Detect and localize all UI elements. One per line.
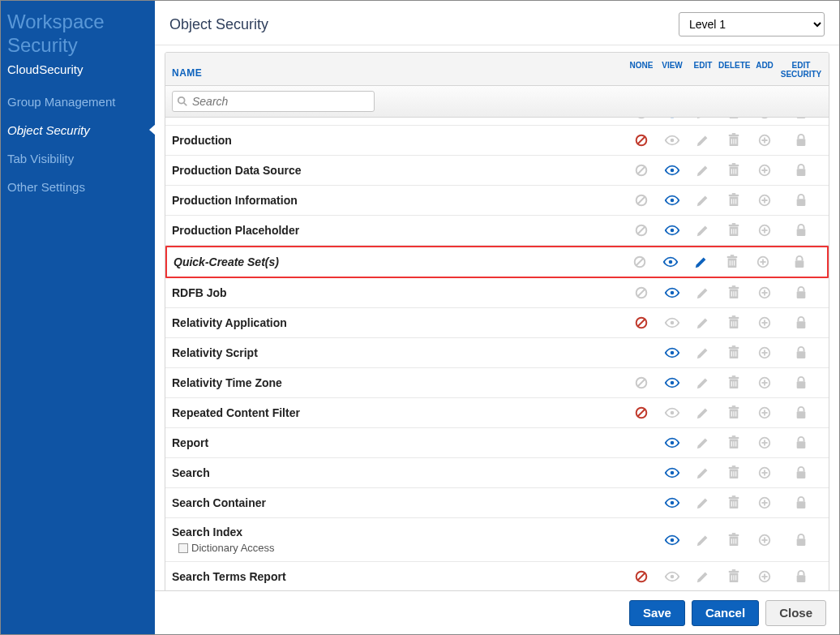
- edit-icon[interactable]: [696, 435, 710, 450]
- add-icon[interactable]: [757, 315, 772, 330]
- delete-icon[interactable]: [727, 569, 740, 584]
- cell-view[interactable]: [657, 163, 688, 178]
- cell-delete[interactable]: [718, 405, 749, 420]
- delete-icon[interactable]: [726, 255, 739, 269]
- view-icon[interactable]: [662, 255, 679, 269]
- cell-edit[interactable]: [688, 435, 718, 450]
- edit-icon[interactable]: [696, 133, 710, 148]
- cell-none[interactable]: [626, 435, 657, 450]
- cell-none[interactable]: [626, 496, 657, 510]
- cell-add[interactable]: [748, 255, 778, 269]
- cell-delete[interactable]: [718, 285, 749, 300]
- edit-icon[interactable]: [696, 533, 710, 547]
- cell-delete[interactable]: [718, 533, 749, 547]
- delete-icon[interactable]: [727, 285, 740, 300]
- delete-icon[interactable]: [727, 193, 740, 208]
- cell-none[interactable]: [626, 345, 657, 360]
- view-icon[interactable]: [664, 163, 680, 178]
- cell-edit-security[interactable]: [780, 405, 822, 420]
- row-sub-item[interactable]: Dictionary Access: [178, 542, 626, 554]
- cell-none[interactable]: [626, 375, 657, 390]
- add-icon[interactable]: [757, 163, 772, 178]
- view-icon[interactable]: [664, 315, 680, 330]
- cell-add[interactable]: [749, 466, 780, 480]
- cell-delete[interactable]: [718, 315, 749, 330]
- lock-icon[interactable]: [795, 405, 808, 420]
- none-icon[interactable]: [632, 255, 647, 269]
- cell-edit[interactable]: [688, 163, 718, 178]
- cell-none[interactable]: [626, 569, 657, 584]
- delete-icon[interactable]: [727, 345, 740, 360]
- lock-icon[interactable]: [795, 133, 808, 148]
- cell-none[interactable]: [626, 466, 657, 480]
- view-icon[interactable]: [664, 533, 680, 547]
- cell-delete[interactable]: [718, 193, 749, 208]
- cell-edit-security[interactable]: [780, 315, 822, 330]
- delete-icon[interactable]: [727, 435, 740, 450]
- cell-delete[interactable]: [718, 375, 749, 390]
- cell-none[interactable]: [626, 405, 657, 420]
- cell-add[interactable]: [749, 193, 780, 208]
- delete-icon[interactable]: [727, 223, 740, 238]
- cell-delete[interactable]: [718, 466, 749, 480]
- cell-edit[interactable]: [688, 345, 718, 360]
- cell-none[interactable]: [626, 315, 657, 330]
- cell-add[interactable]: [749, 223, 780, 238]
- none-icon[interactable]: [634, 569, 649, 584]
- cell-delete[interactable]: [718, 496, 749, 510]
- delete-icon[interactable]: [727, 315, 740, 330]
- cell-edit-security[interactable]: [780, 435, 822, 450]
- cell-view[interactable]: [657, 315, 688, 330]
- cell-edit-security[interactable]: [780, 193, 822, 208]
- view-icon[interactable]: [664, 466, 680, 480]
- delete-icon[interactable]: [727, 496, 740, 510]
- sidebar-item-object-security[interactable]: Object Security: [1, 116, 155, 144]
- lock-icon[interactable]: [795, 466, 808, 480]
- delete-icon[interactable]: [727, 405, 740, 420]
- lock-icon[interactable]: [795, 223, 808, 238]
- cell-add[interactable]: [749, 345, 780, 360]
- lock-icon[interactable]: [795, 285, 808, 300]
- cell-edit[interactable]: [688, 315, 718, 330]
- level-select[interactable]: Level 1: [679, 12, 825, 36]
- edit-icon[interactable]: [694, 255, 709, 269]
- cell-none[interactable]: [626, 285, 657, 300]
- view-icon[interactable]: [664, 118, 680, 120]
- edit-icon[interactable]: [696, 193, 710, 208]
- cell-edit[interactable]: [688, 193, 718, 208]
- cell-add[interactable]: [749, 569, 780, 584]
- cell-edit[interactable]: [688, 569, 718, 584]
- cell-add[interactable]: [749, 533, 780, 547]
- cell-view[interactable]: [657, 223, 688, 238]
- delete-icon[interactable]: [727, 133, 740, 148]
- close-button[interactable]: Close: [765, 600, 826, 626]
- edit-icon[interactable]: [696, 569, 710, 584]
- none-icon[interactable]: [634, 118, 649, 120]
- cell-edit[interactable]: [688, 133, 718, 148]
- cell-edit-security[interactable]: [780, 285, 822, 300]
- cell-edit-security[interactable]: [780, 345, 822, 360]
- cell-edit-security[interactable]: [780, 569, 822, 584]
- col-name[interactable]: NAME: [172, 67, 626, 79]
- add-icon[interactable]: [757, 133, 772, 148]
- lock-icon[interactable]: [795, 193, 808, 208]
- cell-add[interactable]: [749, 285, 780, 300]
- cell-delete[interactable]: [717, 255, 748, 269]
- none-icon[interactable]: [634, 375, 649, 390]
- cell-none[interactable]: [626, 193, 657, 208]
- cell-add[interactable]: [749, 435, 780, 450]
- edit-icon[interactable]: [696, 223, 710, 238]
- cell-edit[interactable]: [688, 405, 718, 420]
- cell-view[interactable]: [657, 375, 688, 390]
- cell-edit-security[interactable]: [780, 466, 822, 480]
- cell-edit[interactable]: [688, 375, 718, 390]
- cell-delete[interactable]: [718, 223, 749, 238]
- search-input[interactable]: [172, 91, 375, 112]
- add-icon[interactable]: [756, 255, 770, 269]
- cell-delete[interactable]: [718, 569, 749, 584]
- view-icon[interactable]: [664, 375, 680, 390]
- sidebar-item-group-management[interactable]: Group Management: [1, 88, 155, 116]
- cell-edit-security[interactable]: [780, 163, 822, 178]
- view-icon[interactable]: [664, 133, 680, 148]
- cell-add[interactable]: [749, 315, 780, 330]
